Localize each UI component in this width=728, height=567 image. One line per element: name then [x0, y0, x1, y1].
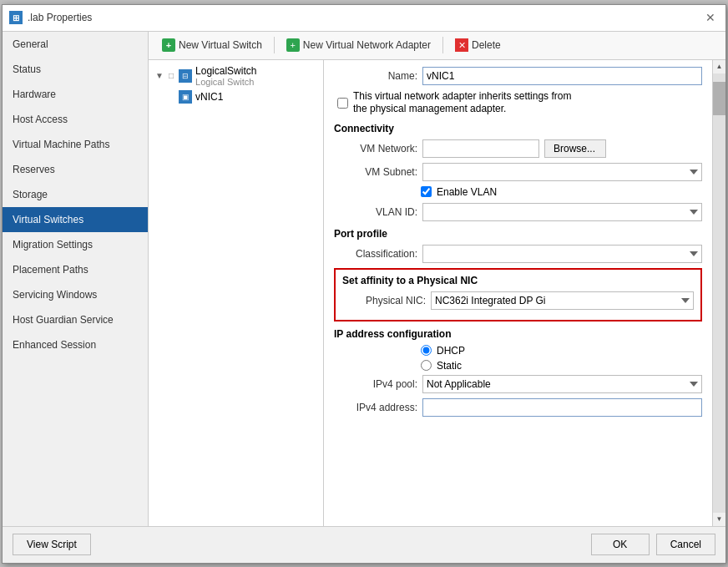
scroll-thumb[interactable]: [713, 82, 725, 115]
sidebar-item-migration[interactable]: Migration Settings: [3, 232, 148, 257]
ok-button[interactable]: OK: [591, 534, 650, 555]
static-radio[interactable]: [421, 360, 432, 371]
ipv4-address-label: IPv4 address:: [334, 402, 417, 413]
sidebar: General Status Hardware Host Access Virt…: [3, 32, 149, 526]
static-label: Static: [437, 360, 462, 372]
title-bar-left: ⊞ .lab Properties: [9, 11, 92, 24]
split-view: ▼ □ ⊟ LogicalSwitch Logical Switch ▣ vNI…: [149, 60, 725, 526]
ok-label: OK: [613, 539, 627, 550]
dhcp-label: DHCP: [437, 345, 465, 357]
classification-row: Classification:: [334, 245, 702, 263]
sidebar-item-vm-paths[interactable]: Virtual Machine Paths: [3, 132, 148, 157]
inherit-row: This virtual network adapter inherits se…: [337, 90, 702, 116]
vnic1-label: vNIC1: [195, 91, 223, 103]
props-panel: Name: This virtual network adapter inher…: [324, 60, 712, 526]
port-profile-header: Port profile: [334, 228, 702, 240]
switch-icon: ⊟: [179, 69, 192, 83]
affinity-section-box: Set affinity to a Physical NIC Physical …: [334, 268, 702, 321]
vm-subnet-label: VM Subnet:: [334, 166, 417, 178]
name-field-label: Name:: [334, 70, 417, 82]
classification-dropdown[interactable]: [422, 245, 702, 263]
browse-button[interactable]: Browse...: [544, 139, 606, 158]
affinity-title: Set affinity to a Physical NIC: [342, 275, 694, 286]
scroll-track: [713, 73, 725, 513]
dhcp-row: DHCP: [421, 345, 702, 357]
static-row: Static: [421, 360, 702, 372]
title-bar: ⊞ .lab Properties ✕: [3, 5, 725, 32]
vm-subnet-dropdown[interactable]: [422, 163, 702, 181]
tree-child-container: ▣ vNIC1: [175, 89, 320, 105]
sidebar-item-hardware[interactable]: Hardware: [3, 82, 148, 107]
ipv4-address-row: IPv4 address:: [334, 398, 702, 417]
classification-label: Classification:: [334, 248, 417, 260]
sidebar-item-storage[interactable]: Storage: [3, 182, 148, 207]
delete-button[interactable]: ✕ Delete: [448, 36, 508, 54]
sidebar-item-host-access[interactable]: Host Access: [3, 107, 148, 132]
browse-label: Browse...: [554, 143, 595, 154]
vm-subnet-row: VM Subnet:: [334, 163, 702, 181]
delete-label: Delete: [472, 39, 501, 51]
ipv4-pool-dropdown[interactable]: Not Applicable: [422, 375, 702, 393]
enable-vlan-label: Enable VLAN: [437, 186, 497, 198]
dhcp-radio[interactable]: [421, 345, 432, 356]
tree-root-item[interactable]: ▼ □ ⊟ LogicalSwitch Logical Switch: [152, 63, 320, 89]
physical-nic-label: Physical NIC:: [342, 295, 426, 306]
enable-vlan-checkbox[interactable]: [421, 186, 432, 197]
close-button[interactable]: ✕: [702, 9, 719, 26]
new-switch-icon: +: [162, 38, 175, 52]
physical-nic-dropdown[interactable]: NC362i Integrated DP Gi: [431, 291, 694, 310]
tree-vnic1-item[interactable]: ▣ vNIC1: [175, 89, 320, 105]
new-adapter-icon: +: [286, 38, 300, 52]
app-icon: ⊞: [9, 11, 23, 24]
toolbar: + New Virtual Switch + New Virtual Netwo…: [149, 32, 725, 60]
main-panel: + New Virtual Switch + New Virtual Netwo…: [149, 32, 725, 526]
new-adapter-label: New Virtual Network Adapter: [303, 39, 431, 51]
sidebar-item-virtual-switches[interactable]: Virtual Switches: [3, 207, 148, 232]
scroll-up-button[interactable]: ▲: [713, 60, 726, 73]
logical-switch-sublabel: Logical Switch: [195, 77, 256, 87]
adapter-icon: ▣: [179, 90, 192, 104]
vm-network-input[interactable]: [422, 139, 539, 158]
inherit-label: This virtual network adapter inherits se…: [353, 90, 587, 116]
toolbar-separator-2: [442, 37, 443, 53]
sidebar-item-host-guardian[interactable]: Host Guardian Service: [3, 307, 148, 332]
name-input[interactable]: [422, 67, 702, 85]
view-script-button[interactable]: View Script: [13, 534, 91, 555]
sidebar-item-general[interactable]: General: [3, 32, 148, 57]
scroll-down-button[interactable]: ▼: [713, 513, 726, 526]
ipv4-address-input[interactable]: [422, 398, 702, 417]
sidebar-item-reserves[interactable]: Reserves: [3, 157, 148, 182]
enable-vlan-row: Enable VLAN: [421, 186, 702, 198]
name-row: Name:: [334, 67, 702, 85]
tree-expand-icon: ▼: [155, 71, 165, 80]
tree-panel: ▼ □ ⊟ LogicalSwitch Logical Switch ▣ vNI…: [149, 60, 324, 526]
footer-right: OK Cancel: [591, 534, 715, 555]
new-virtual-switch-button[interactable]: + New Virtual Switch: [155, 36, 269, 54]
view-script-label: View Script: [27, 539, 77, 550]
vlan-id-row: VLAN ID:: [334, 203, 702, 221]
sidebar-item-status[interactable]: Status: [3, 57, 148, 82]
sidebar-item-placement-paths[interactable]: Placement Paths: [3, 257, 148, 282]
cancel-label: Cancel: [670, 539, 701, 550]
vlan-id-dropdown[interactable]: [422, 203, 702, 221]
delete-icon: ✕: [455, 38, 468, 52]
new-switch-label: New Virtual Switch: [179, 39, 262, 51]
footer: View Script OK Cancel: [3, 526, 725, 563]
sidebar-item-servicing-windows[interactable]: Servicing Windows: [3, 282, 148, 307]
window-title: .lab Properties: [28, 12, 92, 23]
physical-nic-row: Physical NIC: NC362i Integrated DP Gi: [342, 291, 694, 310]
vm-network-row: VM Network: Browse...: [334, 139, 702, 158]
logical-switch-label: LogicalSwitch: [195, 65, 256, 77]
ip-config-header: IP address configuration: [334, 328, 702, 340]
vertical-scrollbar: ▲ ▼: [712, 60, 725, 526]
sidebar-item-enhanced-session[interactable]: Enhanced Session: [3, 332, 148, 357]
vm-network-label: VM Network:: [334, 143, 417, 154]
new-virtual-adapter-button[interactable]: + New Virtual Network Adapter: [280, 36, 437, 54]
ipv4-pool-row: IPv4 pool: Not Applicable: [334, 375, 702, 393]
content-area: General Status Hardware Host Access Virt…: [3, 32, 725, 526]
vlan-id-label: VLAN ID:: [334, 206, 417, 218]
ipv4-pool-label: IPv4 pool:: [334, 378, 417, 390]
inherit-checkbox[interactable]: [337, 98, 348, 109]
props-content: Name: This virtual network adapter inher…: [324, 60, 725, 526]
cancel-button[interactable]: Cancel: [656, 534, 715, 555]
